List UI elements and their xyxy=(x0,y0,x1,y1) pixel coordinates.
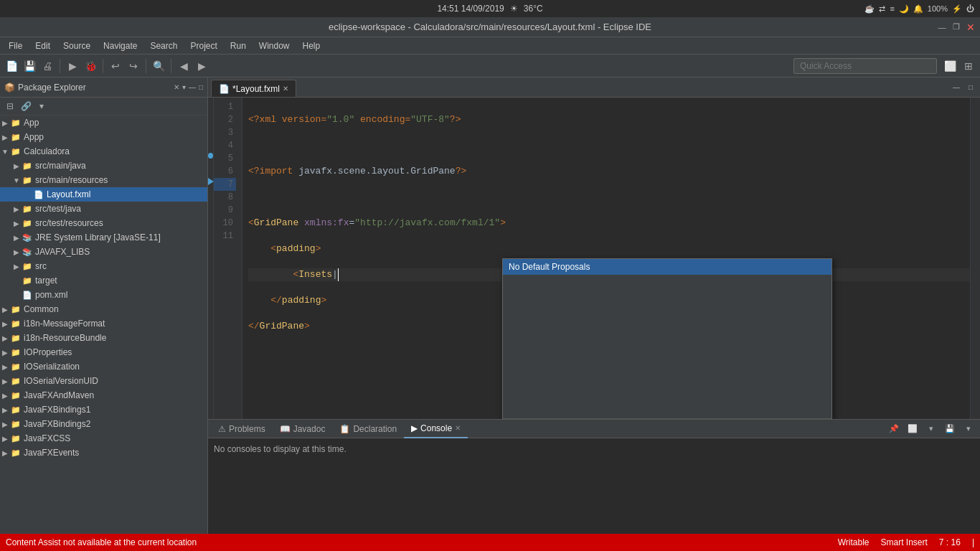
console-pin-button[interactable]: 📌 xyxy=(885,420,903,438)
tree-item-label: src/main/java xyxy=(35,161,86,171)
bluetooth-icon: ⚡ xyxy=(952,4,962,14)
tree-item-label: IOSerialization xyxy=(24,362,80,372)
bottom-tab-controls: 📌 ⬜ ▾ 💾 ▾ xyxy=(885,420,977,438)
tree-item-src-main-java[interactable]: ▶📁src/main/java xyxy=(0,159,207,173)
print-button[interactable]: 🖨 xyxy=(39,57,56,75)
tree-item-i18n-msgfmt[interactable]: ▶📁i18n-MessageFormat xyxy=(0,316,207,331)
tree-item-layout-fxml[interactable]: 📄Layout.fxml xyxy=(0,187,207,202)
tree-item-i18n-resbundle[interactable]: ▶📁i18n-ResourceBundle xyxy=(0,331,207,345)
panel-minimize-view-icon[interactable]: — xyxy=(189,83,196,91)
ac-body xyxy=(503,275,831,418)
console-close-button[interactable]: ✕ xyxy=(455,424,461,432)
navigate-back-button[interactable]: ◀ xyxy=(175,57,192,75)
tree-item-icon: 📄 xyxy=(22,289,33,301)
console-dropdown-button[interactable]: ▾ xyxy=(923,420,940,438)
perspective-btn[interactable]: ⬜ xyxy=(941,57,958,75)
tree-item-calculadora[interactable]: ▼📁Calculadora xyxy=(0,144,207,159)
console-save-dropdown[interactable]: ▾ xyxy=(960,420,977,438)
bottom-tabs: ⚠ Problems 📖 Javadoc 📋 Declaration ▶ Con… xyxy=(208,420,980,438)
editor-minimize-button[interactable]: — xyxy=(950,80,963,93)
tab-problems[interactable]: ⚠ Problems xyxy=(211,420,273,438)
package-explorer-panel: 📦 Package Explorer ✕ ▾ — □ ⊟ 🔗 ▾ ▶📁App▶📁… xyxy=(0,77,208,534)
quick-access-input[interactable] xyxy=(793,58,937,74)
sync-icon: ⇄ xyxy=(879,4,885,14)
tab-close-button[interactable]: ✕ xyxy=(283,85,288,93)
collapse-all-button[interactable]: ⊟ xyxy=(3,99,17,113)
tree-item-javafxcss[interactable]: ▶📁JavaFXCSS xyxy=(0,431,207,446)
tree-item-icon: 📁 xyxy=(22,260,33,272)
tree-item-ioserialization[interactable]: ▶📁IOSerialization xyxy=(0,359,207,374)
editor-maximize-button[interactable]: □ xyxy=(964,80,977,93)
tree-item-src-test-java[interactable]: ▶📁src/test/java xyxy=(0,202,207,216)
tree-item-app[interactable]: ▶📁App xyxy=(0,116,207,130)
tree-item-src-main-resources[interactable]: ▼📁src/main/resources xyxy=(0,173,207,187)
panel-minimize-icon[interactable]: ✕ xyxy=(174,83,179,91)
menu-edit[interactable]: Edit xyxy=(29,39,56,52)
tree-item-javafxbindings2[interactable]: ▶📁JavaFXBindings2 xyxy=(0,417,207,431)
tree-item-icon: 📁 xyxy=(22,174,33,186)
tree-item-target[interactable]: 📁target xyxy=(0,273,207,288)
tree-item-pom-xml[interactable]: 📄pom.xml xyxy=(0,288,207,302)
undo-button[interactable]: ↩ xyxy=(107,57,124,75)
menu-run[interactable]: Run xyxy=(225,39,252,52)
tree-item-appp[interactable]: ▶📁Appp xyxy=(0,130,207,144)
tree-item-icon: 📁 xyxy=(10,404,22,415)
link-editor-button[interactable]: 🔗 xyxy=(19,99,33,113)
tree-item-icon: 📁 xyxy=(10,146,22,157)
tree-item-ioserialversionuid[interactable]: ▶📁IOSerialVersionUID xyxy=(0,374,207,388)
menu-source[interactable]: Source xyxy=(57,39,96,52)
menu-search[interactable]: Search xyxy=(144,39,183,52)
menu-project[interactable]: Project xyxy=(184,39,222,52)
tab-javadoc[interactable]: 📖 Javadoc xyxy=(273,420,333,438)
tree-item-jre-lib[interactable]: ▶📚JRE System Library [JavaSE-11] xyxy=(0,230,207,245)
tree-item-icon: 📚 xyxy=(22,246,33,258)
tree-item-label: JRE System Library [JavaSE-11] xyxy=(35,232,161,242)
toolbar-sep-1 xyxy=(60,59,60,73)
tree-item-javafxevents[interactable]: ▶📁JavaFXEvents xyxy=(0,446,207,460)
new-button[interactable]: 📄 xyxy=(3,57,20,75)
menu-help[interactable]: Help xyxy=(297,39,326,52)
menu-file[interactable]: File xyxy=(3,39,28,52)
maximize-button[interactable]: ❐ xyxy=(950,21,963,34)
tree-arrow: ▶ xyxy=(0,377,10,385)
tab-layout-fxml[interactable]: 📄 *Layout.fxml ✕ xyxy=(211,80,296,97)
tree-item-icon: 📁 xyxy=(10,318,22,329)
coffee-icon: ☕ xyxy=(864,4,875,14)
tree-item-javafxandmaven[interactable]: ▶📁JavaFXAndMaven xyxy=(0,388,207,402)
tree-item-src-test-resources[interactable]: ▶📁src/test/resources xyxy=(0,216,207,230)
panel-maximize-icon[interactable]: □ xyxy=(199,83,203,91)
navigate-fwd-button[interactable]: ▶ xyxy=(193,57,210,75)
debug-button[interactable]: 🐞 xyxy=(82,57,99,75)
run-last-button[interactable]: ▶ xyxy=(64,57,81,75)
toolbar: 📄 💾 🖨 ▶ 🐞 ↩ ↪ 🔍 ◀ ▶ ⬜ ⊞ xyxy=(0,55,980,77)
console-label: Console xyxy=(420,423,452,433)
tree-item-ioproperties[interactable]: ▶📁IOProperties xyxy=(0,345,207,359)
tree-arrow: ▶ xyxy=(11,162,22,170)
panel-menu-button[interactable]: ▾ xyxy=(34,99,49,113)
tree-item-common[interactable]: ▶📁Common xyxy=(0,302,207,316)
redo-button[interactable]: ↪ xyxy=(125,57,142,75)
menu-window[interactable]: Window xyxy=(253,39,296,52)
tab-console[interactable]: ▶ Console ✕ xyxy=(404,420,468,438)
tab-declaration[interactable]: 📋 Declaration xyxy=(332,420,404,438)
minimize-button[interactable]: — xyxy=(936,21,948,34)
writable-status: Writable xyxy=(838,537,870,547)
tree-item-label: Common xyxy=(24,304,59,314)
tree-item-icon: 📁 xyxy=(10,131,22,143)
tree-item-javafxbindings1[interactable]: ▶📁JavaFXBindings1 xyxy=(0,402,207,417)
close-button[interactable]: ✕ xyxy=(964,21,977,34)
ac-footer: Press 'Ctrl+Space' to show XML Template … xyxy=(503,418,831,419)
tree-arrow: ▼ xyxy=(0,148,10,156)
problems-label: Problems xyxy=(229,424,265,434)
console-layout-button[interactable]: ⬜ xyxy=(904,420,921,438)
search-button[interactable]: 🔍 xyxy=(150,57,167,75)
console-save-button[interactable]: 💾 xyxy=(941,420,958,438)
menu-icon: ≡ xyxy=(890,4,894,13)
open-perspective-btn[interactable]: ⊞ xyxy=(960,57,977,75)
panel-menu-icon[interactable]: ▾ xyxy=(182,83,186,91)
menu-navigate[interactable]: Navigate xyxy=(98,39,143,52)
tree-item-javafx-libs[interactable]: ▶📚JAVAFX_LIBS xyxy=(0,245,207,259)
save-button[interactable]: 💾 xyxy=(21,57,38,75)
tree-item-src[interactable]: ▶📁src xyxy=(0,259,207,273)
window-controls: — ❐ ✕ xyxy=(936,21,977,34)
